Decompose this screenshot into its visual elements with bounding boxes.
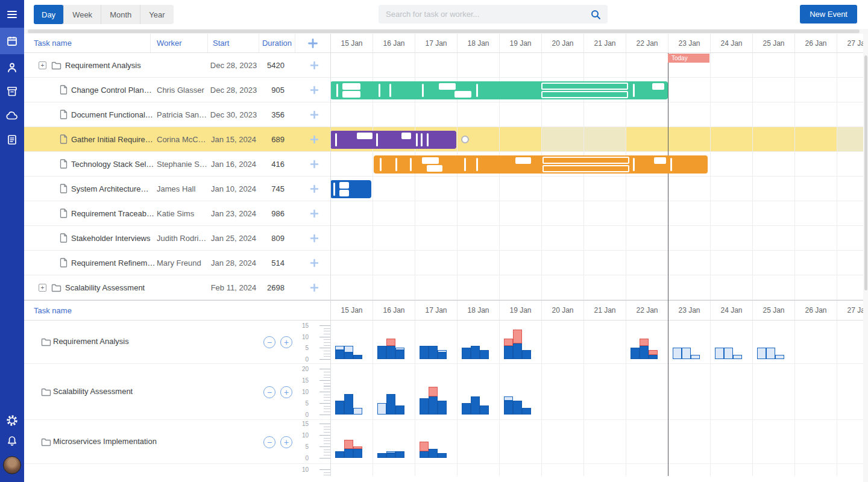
task-name: Change Control Plan… (71, 78, 152, 102)
histogram-bar-segment (429, 449, 438, 458)
bar-subtask-tick (333, 183, 335, 196)
search-input[interactable] (379, 10, 590, 19)
histogram-timeline-header: 15 Jan16 Jan17 Jan18 Jan19 Jan20 Jan21 J… (330, 300, 868, 321)
day-gridline (626, 321, 626, 476)
add-subtask-icon[interactable] (309, 233, 319, 246)
add-subtask-icon[interactable] (309, 85, 319, 98)
parent-task-row[interactable]: +Scalability AssessmentFeb 11, 20242698 (24, 275, 330, 300)
histogram-bar-segment (386, 453, 395, 458)
histogram-bar-segment (344, 449, 353, 458)
gantt-bar[interactable] (330, 81, 668, 99)
timeline-day-header: 24 Jan (710, 301, 752, 320)
pane-divider[interactable] (330, 34, 331, 476)
histogram-bar-segment (429, 387, 438, 396)
view-button-year[interactable]: Year (140, 5, 173, 24)
histogram-row-label: Requirement Analysis (53, 337, 129, 346)
add-subtask-icon[interactable] (309, 134, 319, 147)
task-row[interactable]: Document Functional…Patricia San…Dec 30,… (24, 102, 330, 127)
gantt-bar[interactable] (330, 131, 456, 149)
histogram-bar-segment (504, 401, 513, 415)
new-event-button[interactable]: New Event (800, 5, 857, 23)
bar-subtask-tick (670, 158, 672, 171)
histogram-bar-segment (513, 401, 522, 415)
notifications-icon[interactable] (0, 429, 24, 453)
column-header-worker[interactable]: Worker (151, 34, 208, 52)
bar-subtask (339, 182, 349, 189)
add-subtask-icon[interactable] (309, 184, 319, 196)
task-row[interactable]: System Architecture…James HallJan 10, 20… (24, 177, 330, 201)
bar-subtask-tick (380, 158, 382, 171)
file-icon (60, 134, 68, 146)
histogram-bar-segment (377, 346, 386, 359)
view-button-week[interactable]: Week (63, 5, 101, 24)
user-avatar[interactable] (3, 456, 21, 474)
vertical-scrollbar-thumb[interactable] (864, 55, 867, 290)
histogram-header: Task name (24, 300, 330, 321)
histogram-bar-segment (335, 451, 344, 458)
gantt-bar[interactable] (374, 155, 708, 174)
column-header-task[interactable]: Task name (24, 34, 151, 52)
histogram-bar-segment (420, 398, 429, 415)
histogram-bar-segment (353, 449, 362, 458)
bar-subtask-outline (541, 91, 628, 98)
search-icon (590, 9, 601, 20)
view-button-day[interactable]: Day (34, 5, 63, 24)
link-drag-handle[interactable] (461, 136, 469, 143)
y-axis-tick: 15 (291, 322, 309, 329)
add-column-button[interactable] (295, 34, 330, 52)
task-row[interactable]: Requirement Refinem…Mary FreundJan 28, 2… (24, 251, 330, 275)
task-name: Scalability Assessment (65, 275, 145, 300)
duration-cell: 514 (258, 251, 285, 275)
task-row[interactable]: Technology Stack Sel…Stephanie S…Jan 16,… (24, 152, 330, 177)
add-subtask-icon[interactable] (309, 258, 319, 271)
task-name: Requirement Analysis (65, 53, 141, 78)
menu-icon[interactable] (0, 2, 24, 27)
timeline-day-header: 17 Jan (415, 301, 457, 320)
add-subtask-icon[interactable] (309, 283, 319, 295)
histogram-bar-segment (386, 346, 395, 359)
bar-subtask-tick (416, 133, 418, 146)
expand-icon[interactable]: + (39, 61, 46, 69)
scale-ruler-major (319, 369, 330, 416)
add-subtask-icon[interactable] (309, 110, 319, 122)
task-row[interactable]: Change Control Plan…Chris GlasserDec 28,… (24, 78, 330, 102)
task-row[interactable]: Requirement Traceab…Katie SimsJan 23, 20… (24, 201, 330, 226)
histogram-bar-segment (691, 355, 700, 359)
task-row[interactable]: Stakeholder InterviewsJudith Rodri…Jan 2… (24, 226, 330, 251)
task-grid: +Requirement AnalysisDec 28, 20235420Cha… (24, 53, 330, 300)
decrease-button[interactable]: − (263, 386, 275, 398)
decrease-button[interactable]: − (263, 336, 275, 348)
weekend-shade (541, 127, 583, 152)
histogram-bar-segment (649, 350, 658, 354)
histogram-bar-segment (462, 348, 471, 359)
day-gridline (373, 321, 373, 476)
scale-ruler-major (319, 469, 330, 476)
y-axis-tick: 0 (291, 412, 309, 418)
expand-icon[interactable]: + (39, 284, 46, 292)
decrease-button[interactable]: − (263, 436, 275, 448)
task-row[interactable]: Gather Initial Require…Corina McC…Jan 15… (24, 127, 330, 152)
add-subtask-icon[interactable] (309, 208, 319, 221)
histogram-grid: Requirement Analysis−+151050Scalability … (24, 321, 330, 476)
parent-task-row[interactable]: +Requirement AnalysisDec 28, 20235420 (24, 53, 330, 78)
day-gridline (457, 321, 458, 476)
task-name: Requirement Refinem… (71, 251, 155, 275)
timeline-day-header: 22 Jan (626, 34, 668, 52)
column-header-start[interactable]: Start (208, 34, 259, 52)
horizontal-scrollbar-thumb[interactable] (28, 30, 860, 33)
start-cell: Jan 16, 2024 (208, 152, 259, 177)
person-icon[interactable] (0, 55, 24, 80)
inventory-icon[interactable] (0, 80, 24, 104)
y-axis-tick: 10 (291, 334, 309, 340)
histogram-bar-segment (429, 346, 438, 359)
gantt-bar[interactable] (330, 180, 371, 198)
add-subtask-icon[interactable] (309, 159, 319, 172)
view-button-month[interactable]: Month (101, 5, 140, 24)
calendar-icon[interactable] (0, 28, 24, 54)
add-subtask-icon[interactable] (309, 60, 319, 73)
column-header-duration[interactable]: Duration (259, 34, 295, 52)
cloud-icon[interactable] (0, 104, 24, 128)
y-axis-tick: 10 (291, 389, 309, 395)
article-icon[interactable] (0, 128, 24, 152)
histogram-bar-segment (395, 405, 404, 415)
